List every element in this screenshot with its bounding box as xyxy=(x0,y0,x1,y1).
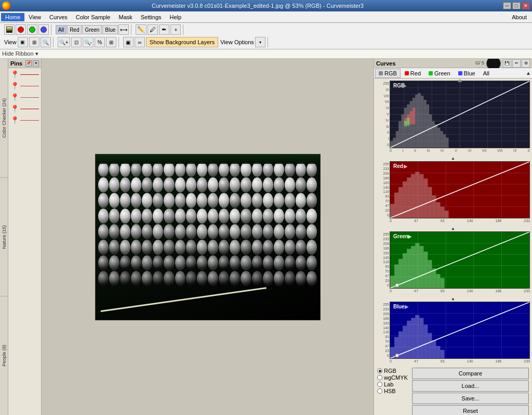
pin-4-icon[interactable]: 📍 xyxy=(10,105,19,113)
close-button[interactable]: ✕ xyxy=(522,2,530,9)
svg-rect-77 xyxy=(390,276,394,288)
view-opt-btn2[interactable]: ∞ xyxy=(135,37,145,47)
toolbar-red-btn[interactable] xyxy=(16,24,26,35)
curves-save-icon[interactable]: 💾 xyxy=(503,59,511,68)
red-handle-arrow[interactable]: ▶ xyxy=(404,163,408,169)
side-tab-people[interactable]: People (9) xyxy=(2,343,7,369)
pins-pin-button[interactable]: 📌 xyxy=(25,60,32,67)
maximize-button[interactable]: □ xyxy=(512,2,521,9)
view-options-arrow[interactable]: ▾ xyxy=(255,37,265,47)
blue-chart-container: Blue ▶ 0 47 93 140 186 233 xyxy=(390,302,530,364)
channel-green-btn[interactable]: Green xyxy=(82,25,102,34)
view-btn1[interactable]: ▣ xyxy=(18,37,28,47)
zoom-percent-btn[interactable]: % xyxy=(95,37,105,47)
hide-ribbon-btn[interactable]: Hide Ribbon ▾ xyxy=(2,50,38,57)
reset-button[interactable]: Reset xyxy=(412,405,529,415)
rgb-y-vi: VI xyxy=(376,106,389,110)
pins-content: 📍 📍 📍 📍 xyxy=(8,68,41,126)
red-chart[interactable]: Red ▶ xyxy=(390,161,530,218)
pin-2-icon[interactable]: 📍 xyxy=(10,82,19,90)
toolbar-blue-btn[interactable] xyxy=(38,24,49,35)
show-bg-button[interactable]: Show Background Layers xyxy=(146,37,218,47)
green-chart[interactable]: Green ▶ xyxy=(390,231,530,289)
blue-chart[interactable]: Blue ▶ xyxy=(390,302,530,359)
rgb-handle-arrow[interactable]: ▶ xyxy=(403,83,407,88)
side-tab-nature[interactable]: Nature (15) xyxy=(2,223,7,251)
pin-5-icon[interactable]: 📍 xyxy=(10,116,19,124)
pins-header-buttons: 📌 ✕ xyxy=(25,60,39,67)
tool-eyedropper1[interactable]: ✏️ xyxy=(136,24,147,35)
about-button[interactable]: About xyxy=(508,13,531,21)
view-btn3[interactable]: 🔍 xyxy=(41,37,51,47)
tool-plus[interactable]: + xyxy=(170,24,181,35)
pin-3-icon[interactable]: 📍 xyxy=(10,93,19,101)
compare-button[interactable]: Compare xyxy=(412,368,529,379)
zoom-out-btn[interactable]: 🔍- xyxy=(83,37,94,47)
svg-rect-30 xyxy=(423,100,426,148)
curves-edit-icon[interactable]: ✏ xyxy=(512,59,521,68)
menu-view[interactable]: View xyxy=(24,13,45,21)
controls-section: RGB wgCMYK Lab xyxy=(375,366,531,415)
zoom-in-btn[interactable]: 🔍+ xyxy=(58,37,70,47)
menu-curves[interactable]: Curves xyxy=(45,13,72,21)
menu-help[interactable]: Help xyxy=(166,13,186,21)
radio-hsb[interactable]: HSB xyxy=(377,388,408,394)
curves-settings-icon[interactable]: ⚙ xyxy=(522,59,530,68)
blue-handle-arrow[interactable]: ▶ xyxy=(405,304,409,309)
tab-rgb[interactable]: RGB xyxy=(375,69,401,78)
pins-title: Pins xyxy=(10,60,22,67)
pins-close-button[interactable]: ✕ xyxy=(33,60,39,67)
toolbar-green-btn[interactable] xyxy=(27,24,37,35)
red-top-handle[interactable]: ▲ xyxy=(451,156,455,161)
tab-blue[interactable]: Blue xyxy=(455,69,479,78)
zoom-extra-btn[interactable]: ⊞ xyxy=(106,37,116,47)
side-tab-color-checker[interactable]: Color Checker (24) xyxy=(2,96,7,140)
menu-settings[interactable]: Settings xyxy=(137,13,166,21)
rgb-y-v: V xyxy=(376,112,389,116)
svg-rect-54 xyxy=(390,204,394,218)
radio-hsb-circle xyxy=(377,388,382,394)
tool-eyedropper3[interactable]: ✒ xyxy=(159,24,169,35)
rgb-x-ii: II xyxy=(414,149,416,152)
tool-eyedropper2[interactable]: 🖊 xyxy=(148,24,158,35)
red-curve-section: ▲ 255 233 209 186 163 140 116 93 70 xyxy=(376,156,530,223)
tab-red[interactable]: Red xyxy=(401,69,424,78)
svg-rect-64 xyxy=(432,196,436,218)
channel-all-btn[interactable]: All xyxy=(56,25,66,34)
green-y-labels: 255 233 209 186 163 140 116 93 70 47 23 … xyxy=(376,231,390,293)
channel-red-btn[interactable]: Red xyxy=(67,25,82,34)
menu-mask[interactable]: Mask xyxy=(114,13,136,21)
canvas-area[interactable] xyxy=(42,59,374,415)
svg-rect-66 xyxy=(440,206,444,218)
menu-color-sample[interactable]: Color Sample xyxy=(72,13,115,21)
tab-all[interactable]: All xyxy=(480,69,493,78)
rgb-y-ii: II xyxy=(376,131,389,134)
radio-rgb[interactable]: RGB xyxy=(377,368,408,374)
toolbar-black-btn[interactable] xyxy=(4,24,15,35)
green-chart-container: Green ▶ 0 47 93 140 186 233 xyxy=(390,231,530,293)
save-button[interactable]: Save... xyxy=(412,393,529,404)
green-top-handle[interactable]: ▲ xyxy=(451,226,455,231)
view-btn2[interactable]: ⊞ xyxy=(29,37,39,47)
svg-rect-67 xyxy=(445,211,449,218)
radio-wgcmyk[interactable]: wgCMYK xyxy=(377,374,408,381)
menu-home[interactable]: Home xyxy=(1,13,24,21)
view-opt-btn1[interactable]: ▣ xyxy=(123,37,134,47)
load-button[interactable]: Load... xyxy=(412,380,529,392)
pin-1-icon[interactable]: 📍 xyxy=(10,70,19,79)
zoom-fit-btn[interactable]: ⊡ xyxy=(71,37,82,47)
blue-top-handle[interactable]: ▲ xyxy=(451,296,455,301)
green-handle-arrow[interactable]: ▶ xyxy=(408,234,412,239)
minimize-button[interactable]: ─ xyxy=(503,2,511,9)
pins-panel: Pins 📌 ✕ 📍 📍 📍 xyxy=(8,59,42,415)
channel-blue-btn[interactable]: Blue xyxy=(102,25,118,34)
left-sidebar: Color Checker (24) Nature (15) People (9… xyxy=(0,59,42,415)
tab-green[interactable]: Green xyxy=(425,69,454,78)
rgb-top-handle[interactable] xyxy=(458,79,462,82)
rgb-x-v: V xyxy=(455,149,457,152)
channel-arrow-btn[interactable]: ⟷ xyxy=(118,24,129,35)
green-grid-svg xyxy=(390,232,529,288)
radio-wgcmyk-circle xyxy=(377,375,382,380)
rgb-chart[interactable]: RGB ▶ xyxy=(390,81,530,148)
radio-lab[interactable]: Lab xyxy=(377,381,408,387)
